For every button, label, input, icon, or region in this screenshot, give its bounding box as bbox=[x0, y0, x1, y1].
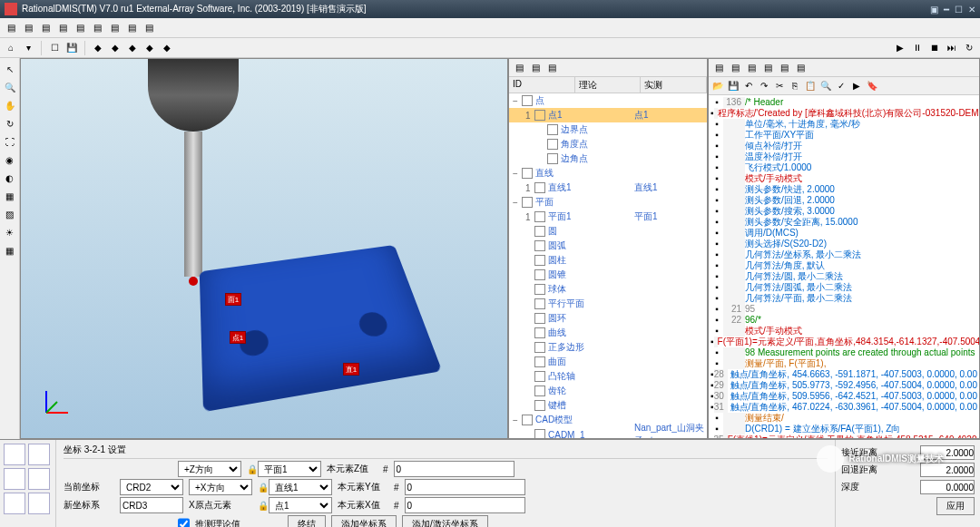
coord-mode-icon[interactable] bbox=[4, 468, 25, 490]
val2-input[interactable] bbox=[405, 479, 525, 495]
menu-icon[interactable]: ▤ bbox=[55, 21, 70, 35]
run-icon[interactable]: ▶ bbox=[849, 79, 864, 93]
marker-line[interactable]: 直1 bbox=[343, 363, 359, 376]
rotate-icon[interactable]: ↻ bbox=[3, 116, 17, 131]
coord-mode-icon[interactable] bbox=[4, 493, 25, 514]
step-icon[interactable]: ⏭ bbox=[945, 41, 959, 55]
depth-input[interactable] bbox=[920, 480, 975, 494]
val1-input[interactable] bbox=[394, 461, 514, 477]
fit-icon[interactable]: ⛶ bbox=[3, 134, 17, 149]
cut-icon[interactable]: ✂ bbox=[772, 79, 787, 93]
tool-icon[interactable]: ◆ bbox=[142, 41, 157, 55]
refresh-icon[interactable]: ↻ bbox=[962, 41, 976, 55]
tree-item[interactable]: 圆弧 bbox=[509, 239, 707, 253]
tree-item[interactable]: 曲线 bbox=[509, 326, 707, 340]
dir2-select[interactable]: +X方向 bbox=[189, 479, 252, 495]
tree-item[interactable]: −直线 bbox=[509, 166, 707, 181]
menu-icon[interactable]: ▤ bbox=[4, 21, 18, 35]
code-tool-icon[interactable]: ▤ bbox=[777, 61, 791, 75]
approach-input[interactable] bbox=[920, 445, 975, 460]
paste-icon[interactable]: 📋 bbox=[803, 79, 818, 93]
tree-item[interactable]: 圆柱 bbox=[509, 253, 707, 268]
tree-item[interactable]: 圆环 bbox=[509, 311, 707, 326]
new-cs-input[interactable] bbox=[120, 497, 183, 513]
bookmark-icon[interactable]: 🔖 bbox=[865, 79, 879, 93]
tree-item[interactable]: 齿轮 bbox=[509, 384, 707, 398]
coord-mode-icon[interactable] bbox=[28, 444, 50, 465]
retract-input[interactable] bbox=[920, 463, 975, 477]
zoom-icon[interactable]: 🔍 bbox=[3, 80, 17, 94]
tool-icon[interactable]: ◆ bbox=[125, 41, 140, 55]
restore-icon[interactable]: ▣ bbox=[930, 5, 938, 15]
play-icon[interactable]: ▶ bbox=[893, 41, 907, 55]
tree-item[interactable]: −平面 bbox=[509, 195, 707, 210]
code-tool-icon[interactable]: ▤ bbox=[711, 61, 726, 75]
marker-plane[interactable]: 面1 bbox=[225, 293, 241, 306]
end-button[interactable]: 终结 bbox=[288, 515, 326, 527]
tree-item[interactable]: 平行平面 bbox=[509, 297, 707, 311]
val3-input[interactable] bbox=[405, 497, 525, 513]
chevron-down-icon[interactable]: ▾ bbox=[21, 41, 35, 55]
tree-item[interactable]: −点 bbox=[509, 93, 707, 108]
menu-icon[interactable]: ▤ bbox=[73, 21, 87, 35]
undo-icon[interactable]: ↶ bbox=[741, 79, 756, 93]
copy-icon[interactable]: ⎘ bbox=[788, 79, 802, 93]
tree-item[interactable]: 正多边形 bbox=[509, 340, 707, 355]
view-icon[interactable]: ◉ bbox=[3, 152, 17, 167]
tree-tool-icon[interactable]: ▤ bbox=[544, 61, 559, 75]
tree-item[interactable]: 1点1点1 bbox=[509, 108, 707, 122]
3d-viewport[interactable]: 面1 点1 直1 bbox=[20, 58, 508, 439]
coord-mode-icon[interactable] bbox=[28, 468, 50, 490]
tree-item[interactable]: 键槽 bbox=[509, 398, 707, 413]
tree-item[interactable]: 1平面1平面1 bbox=[509, 210, 707, 224]
tree-tool-icon[interactable]: ▤ bbox=[512, 61, 526, 75]
code-tool-icon[interactable]: ▤ bbox=[793, 61, 808, 75]
elem2-select[interactable]: 直线1 bbox=[269, 479, 332, 495]
add-activate-cs-button[interactable]: 添加/激活坐标系 bbox=[402, 515, 488, 527]
maximize-icon[interactable]: ☐ bbox=[955, 5, 963, 15]
tree-item[interactable]: 凸轮轴 bbox=[509, 369, 707, 384]
code-tool-icon[interactable]: ▤ bbox=[728, 61, 742, 75]
menu-icon[interactable]: ▤ bbox=[38, 21, 53, 35]
code-tool-icon[interactable]: ▤ bbox=[760, 61, 775, 75]
coord-mode-icon[interactable] bbox=[28, 493, 50, 514]
save-icon[interactable]: 💾 bbox=[64, 41, 79, 55]
tree-item[interactable]: 角度点 bbox=[509, 137, 707, 151]
dir1-select[interactable]: +Z方向 bbox=[178, 461, 241, 477]
home-icon[interactable]: ⌂ bbox=[4, 41, 18, 55]
grid-icon[interactable]: ▦ bbox=[3, 243, 17, 258]
tree-item[interactable]: 1直线1直线1 bbox=[509, 181, 707, 195]
tree-item[interactable]: CADM_1Nan_part_山洞夹子.stp bbox=[509, 427, 707, 438]
save-icon[interactable]: 💾 bbox=[726, 79, 740, 93]
light-icon[interactable]: ☀ bbox=[3, 225, 17, 239]
tree-item[interactable]: 球体 bbox=[509, 282, 707, 297]
origin-select[interactable]: 点1 bbox=[269, 497, 332, 513]
cursor-icon[interactable]: ↖ bbox=[3, 62, 17, 76]
elem1-select[interactable]: 平面1 bbox=[258, 461, 321, 477]
code-body[interactable]: ▪136/* Header▪程序标志/'Created by [摩科鑫域科技(北… bbox=[709, 95, 979, 438]
pan-icon[interactable]: ✋ bbox=[3, 98, 17, 112]
menu-icon[interactable]: ▤ bbox=[90, 21, 104, 35]
code-tool-icon[interactable]: ▤ bbox=[744, 61, 759, 75]
stop-icon[interactable]: ⏹ bbox=[927, 41, 942, 55]
new-icon[interactable]: ☐ bbox=[47, 41, 62, 55]
menu-icon[interactable]: ▤ bbox=[124, 21, 139, 35]
wire-icon[interactable]: ▦ bbox=[3, 189, 17, 203]
menu-icon[interactable]: ▤ bbox=[21, 21, 35, 35]
add-cs-button[interactable]: 添加坐标系 bbox=[331, 515, 397, 527]
coord-mode-icon[interactable] bbox=[4, 444, 25, 465]
tree-item[interactable]: 边角点 bbox=[509, 151, 707, 166]
apply-button[interactable]: 应用 bbox=[936, 497, 975, 515]
tree-body[interactable]: −点1点1点1边界点角度点边角点−直线1直线1直线1−平面1平面1平面1圆圆弧圆… bbox=[509, 93, 707, 438]
curr-cs-select[interactable]: CRD2 bbox=[120, 479, 183, 495]
menu-icon[interactable]: ▤ bbox=[107, 21, 122, 35]
shade-icon[interactable]: ◐ bbox=[3, 171, 17, 185]
tree-tool-icon[interactable]: ▤ bbox=[528, 61, 543, 75]
theo-checkbox[interactable] bbox=[178, 516, 190, 527]
tool-icon[interactable]: ◆ bbox=[91, 41, 105, 55]
marker-point[interactable]: 点1 bbox=[230, 331, 246, 344]
pause-icon[interactable]: ⏸ bbox=[910, 41, 925, 55]
minimize-icon[interactable]: ━ bbox=[944, 5, 949, 15]
tree-item[interactable]: 圆锥 bbox=[509, 268, 707, 282]
tree-item[interactable]: 曲面 bbox=[509, 355, 707, 369]
